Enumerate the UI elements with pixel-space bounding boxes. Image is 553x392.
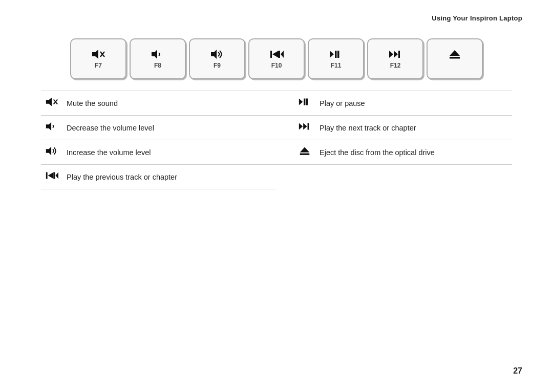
vol-up-icon (44, 145, 59, 159)
key-f7: F7 (70, 38, 126, 79)
keys-row: F7 F8 F9 F10 F11 F12 (41, 38, 512, 79)
desc-row-vol-down: Decrease the volume level (41, 116, 276, 140)
next-text: Play the next track or chapter (320, 124, 416, 132)
vol-down-text: Decrease the volume level (67, 124, 154, 132)
page-number: 27 (513, 366, 522, 376)
prev-text: Play the previous track or chapter (67, 173, 177, 181)
key-f11-label: F11 (331, 62, 342, 69)
key-f9: F9 (189, 38, 245, 79)
vol-down-icon (44, 121, 59, 135)
left-col: Mute the sound Decrease the volume level… (41, 91, 276, 189)
key-f9-label: F9 (214, 62, 221, 69)
desc-row-vol-up: Increase the volume level (41, 140, 276, 165)
vol-up-text: Increase the volume level (67, 148, 151, 157)
prev-icon (44, 170, 59, 184)
desc-row-play-pause: Play or pause (276, 91, 512, 116)
play-pause-text: Play or pause (320, 99, 365, 107)
key-f12-label: F12 (390, 62, 401, 69)
mute-text: Mute the sound (67, 99, 118, 107)
desc-row-eject: Eject the disc from the optical drive (276, 140, 512, 165)
key-f11: F11 (308, 38, 364, 79)
key-eject-label (454, 62, 455, 69)
mute-icon (44, 96, 59, 110)
key-f8: F8 (130, 38, 186, 79)
page-header: Using Your Inspiron Laptop (0, 0, 553, 22)
desc-row-prev: Play the previous track or chapter (41, 165, 276, 189)
key-f10: F10 (248, 38, 305, 79)
header-title: Using Your Inspiron Laptop (432, 14, 522, 22)
next-icon (297, 121, 312, 135)
play-pause-icon (297, 96, 312, 110)
desc-row-next: Play the next track or chapter (276, 116, 512, 140)
key-f12: F12 (367, 38, 423, 79)
key-f8-label: F8 (154, 62, 161, 69)
key-eject (427, 38, 483, 79)
desc-row-mute: Mute the sound (41, 91, 276, 116)
eject-text: Eject the disc from the optical drive (320, 148, 435, 157)
key-f7-label: F7 (95, 62, 102, 69)
key-f10-label: F10 (271, 62, 282, 69)
eject-icon (297, 145, 312, 159)
description-table: Mute the sound Decrease the volume level… (41, 91, 512, 189)
right-col: Play or pause Play the next track or cha… (276, 91, 512, 189)
